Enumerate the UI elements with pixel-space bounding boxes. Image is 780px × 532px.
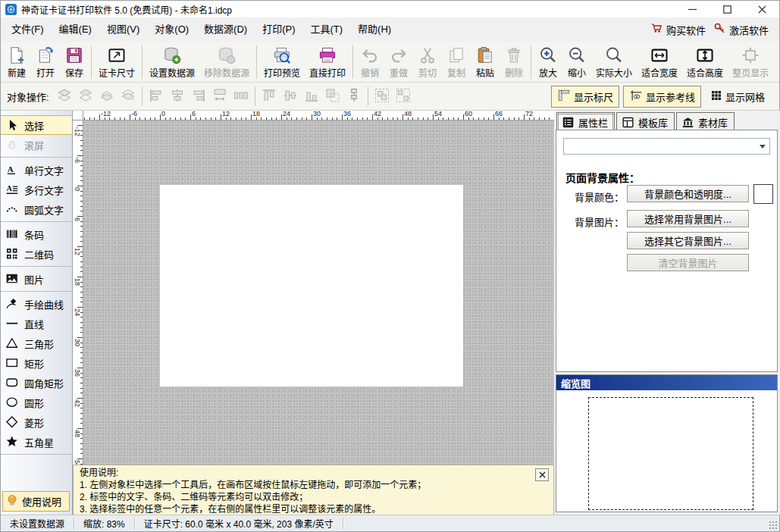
align-middle-icon (281, 86, 299, 107)
zoom-in-label: 放大 (539, 66, 557, 79)
redo-button[interactable]: 重做 (384, 43, 413, 81)
maximize-button[interactable] (710, 1, 744, 17)
tool-qrcode[interactable]: 二维码 (1, 244, 72, 264)
minimize-button[interactable] (675, 1, 710, 17)
props-icon (562, 116, 575, 129)
choose-common-background-button[interactable]: 选择常用背景图片... (627, 210, 749, 227)
same-size-button[interactable] (322, 86, 343, 107)
paste-button[interactable]: 粘贴 (471, 43, 500, 81)
open-button[interactable]: 打开 (31, 43, 60, 81)
actual-size-button[interactable]: 实际大小 (591, 43, 637, 81)
align-tree-icon (345, 86, 363, 107)
clear-background-button[interactable]: 清空背景图片 (627, 254, 749, 271)
tool-arc-text[interactable]: 圆弧文字 (1, 199, 72, 219)
undo-button[interactable]: 撤销 (356, 43, 384, 81)
tool-multi-line-text[interactable]: A多行文字 (1, 180, 72, 199)
new-button[interactable]: 新建 (2, 43, 31, 81)
horizontal-ruler: -12-6061218243036424854606672 (83, 111, 554, 120)
activate-software-button[interactable]: 激活软件 (713, 22, 769, 37)
print-preview-button[interactable]: 打印预览 (259, 43, 305, 81)
show-guides-toggle[interactable]: 显示参考线 (623, 86, 701, 108)
usage-help-button[interactable]: 使用说明 (2, 491, 70, 512)
dropdown-arrow-button[interactable] (756, 139, 769, 153)
background-color-opacity-button[interactable]: 背景颜色和透明度... (627, 185, 749, 202)
tool-rectangle[interactable]: 矩形 (1, 353, 72, 373)
background-color-swatch[interactable] (753, 184, 773, 204)
menu-item-object[interactable]: 对象(O) (147, 20, 196, 39)
menu-item-help[interactable]: 帮助(H) (350, 20, 399, 39)
menu-item-datasource[interactable]: 数据源(D) (196, 20, 255, 39)
menu-item-tools[interactable]: 工具(T) (302, 20, 350, 39)
menu-item-view[interactable]: 视图(V) (99, 20, 147, 39)
tool-freehand-curve[interactable]: 手绘曲线 (1, 294, 72, 314)
zoom-out-button[interactable]: 缩小 (562, 43, 591, 81)
send-to-back-button[interactable] (117, 86, 139, 107)
card-size-button[interactable]: 证卡尺寸 (94, 43, 139, 81)
direct-print-button[interactable]: 直接打印 (305, 43, 350, 81)
align-top-button[interactable] (258, 86, 280, 107)
open-icon (36, 45, 55, 65)
align-bottom-button[interactable] (301, 86, 322, 107)
fit-width-label: 适合宽度 (641, 66, 678, 79)
tool-star[interactable]: 五角星 (1, 432, 72, 452)
guides-icon (629, 89, 643, 105)
set-datasource-button[interactable]: 设置数据源 (145, 43, 199, 81)
card-page[interactable] (160, 185, 463, 386)
remove-datasource-button[interactable]: 移除数据源 (199, 43, 254, 81)
delete-button[interactable]: 删除 (500, 43, 528, 81)
distribute-horizontal-button[interactable] (230, 86, 252, 107)
tool-image[interactable]: 图片 (1, 269, 72, 289)
design-canvas[interactable] (83, 120, 554, 465)
toolbar-separator (91, 45, 92, 79)
status-card-size: 证卡尺寸: 60.0 毫米 x 40.0 毫米, 203 像素/英寸 (135, 517, 343, 530)
vertical-ruler: -12-6061218243036424854 (73, 120, 83, 465)
tool-select[interactable]: 选择 (1, 115, 72, 135)
send-backward-button[interactable] (96, 86, 117, 107)
tool-triangle[interactable]: 三角形 (1, 333, 72, 353)
delete-icon (504, 45, 524, 65)
usage-note-close-button[interactable] (535, 468, 549, 481)
buy-software-button[interactable]: 购买软件 (650, 22, 706, 37)
fit-page-button[interactable]: 整页显示 (728, 43, 773, 81)
tool-diamond[interactable]: 菱形 (1, 412, 72, 432)
fit-height-button[interactable]: 适合高度 (682, 43, 728, 81)
cart-icon (650, 22, 663, 37)
undo-icon (360, 45, 380, 65)
ungroup-button[interactable] (393, 86, 414, 107)
show-guides-label: 显示参考线 (646, 89, 695, 104)
close-button[interactable] (744, 1, 779, 17)
show-ruler-toggle[interactable]: 显示标尺 (551, 86, 619, 108)
tool-line[interactable]: 直线 (1, 314, 72, 333)
cut-button[interactable]: 剪切 (413, 43, 442, 81)
same-width-button[interactable] (209, 86, 230, 107)
object-selector-dropdown[interactable] (563, 138, 770, 155)
choose-other-background-button[interactable]: 选择其它背景图片... (627, 232, 749, 249)
resize-grip[interactable] (769, 521, 778, 530)
group-button[interactable] (371, 86, 393, 107)
redo-label: 重做 (390, 66, 408, 79)
tool-circle[interactable]: 圆形 (1, 393, 72, 412)
menu-item-print[interactable]: 打印(P) (255, 20, 302, 39)
zoom-in-button[interactable]: 放大 (534, 43, 562, 81)
bring-to-front-button[interactable] (54, 86, 75, 107)
star-icon (5, 435, 20, 449)
align-right-button[interactable] (188, 86, 209, 107)
tool-barcode[interactable]: 条码 (1, 224, 72, 244)
tool-rounded-rectangle[interactable]: 圆角矩形 (1, 373, 72, 393)
align-tree-button[interactable] (343, 86, 365, 107)
tool-pan[interactable]: 滚屏 (1, 135, 72, 155)
show-grid-toggle[interactable]: 显示网格 (705, 87, 770, 106)
bring-forward-button[interactable] (75, 86, 96, 107)
fit-page-label: 整页显示 (732, 66, 769, 79)
fit-width-button[interactable]: 适合宽度 (637, 43, 682, 81)
thumbnail-card-outline (588, 397, 753, 510)
hand-icon (5, 138, 20, 152)
align-center-button[interactable] (167, 86, 188, 107)
menu-item-edit[interactable]: 编辑(E) (52, 20, 99, 39)
save-button[interactable]: 保存 (60, 43, 89, 81)
align-left-button[interactable] (146, 86, 167, 107)
copy-button[interactable]: 复制 (442, 43, 471, 81)
menu-item-file[interactable]: 文件(F) (4, 20, 52, 39)
align-middle-button[interactable] (280, 86, 301, 107)
tool-single-line-text[interactable]: A单行文字 (1, 160, 72, 180)
